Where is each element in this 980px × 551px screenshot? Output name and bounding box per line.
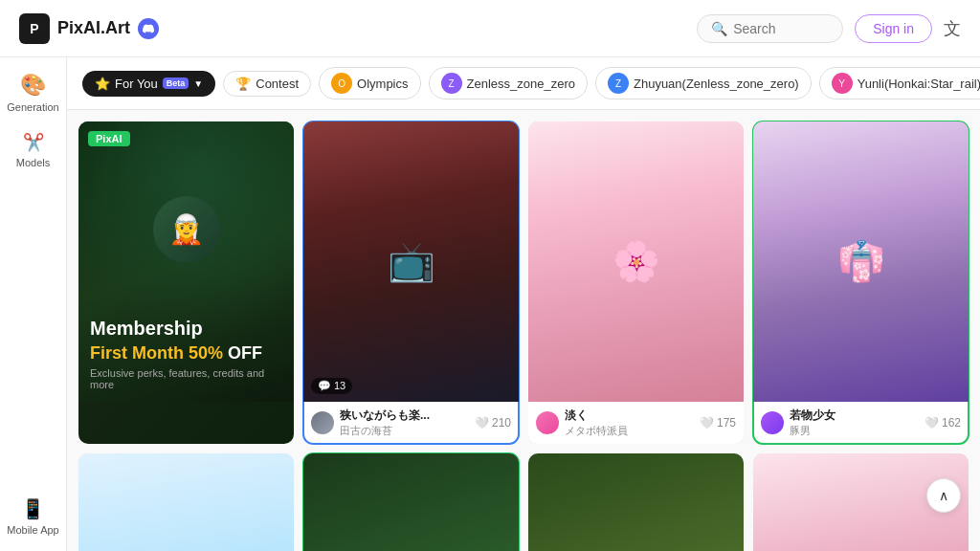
filter-yunli[interactable]: Y Yunli(Honkai:Star_rail) <box>819 67 980 99</box>
contest-label: Contest <box>256 77 299 91</box>
card-kimono-avatar <box>761 411 784 434</box>
heart-icon-3: 🤍 <box>924 416 939 430</box>
card-nature[interactable]: 🌲 <box>528 453 744 552</box>
zenless-avatar: Z <box>441 73 462 94</box>
membership-offer: First Month 50% OFF <box>90 343 282 364</box>
logo-box[interactable]: P <box>19 13 50 44</box>
filter-zhuyuan[interactable]: Z Zhuyuan(Zenless_zone_zero) <box>595 67 812 99</box>
retro-emoji: 📺 <box>388 239 435 284</box>
card-retro-room[interactable]: 📺 💬 13 狭いながらも楽... 田古の海苔 <box>303 121 519 444</box>
char-emoji: 🧝 <box>153 196 220 263</box>
card-cherry[interactable]: 🌸 淡く メタボ特派員 🤍 175 <box>528 121 744 444</box>
chevron-up-icon: ∧ <box>939 488 948 503</box>
olympics-label: Olympics <box>357 77 408 91</box>
discord-icon[interactable] <box>138 18 159 39</box>
comment-badge: 💬 13 <box>311 378 352 394</box>
olympics-avatar: O <box>331 73 352 94</box>
card-forest-bg: 🌿 <box>303 453 519 552</box>
card-retro-footer: 狭いながらも楽... 田古の海苔 🤍 210 <box>303 402 519 444</box>
filter-zenless[interactable]: Z Zenless_zone_zero <box>429 67 588 99</box>
logo-text: PixAI.Art <box>57 18 130 38</box>
filter-for-you[interactable]: ⭐ For You Beta ▼ <box>82 71 215 97</box>
card-retro-likes: 🤍 210 <box>475 416 511 430</box>
offer-off: OFF <box>228 343 262 363</box>
sign-in-button[interactable]: Sign in <box>855 14 932 43</box>
filter-olympics[interactable]: O Olympics <box>319 67 420 99</box>
card-kimono-likes: 🤍 162 <box>924 416 961 430</box>
for-you-label: For You <box>115 77 158 91</box>
cherry-likes: 175 <box>717 416 736 430</box>
for-you-icon: ⭐ <box>95 77 110 91</box>
search-input[interactable] <box>733 21 829 36</box>
search-icon: 🔍 <box>711 21 727 36</box>
yunli-avatar: Y <box>832 73 853 94</box>
kimono-emoji: 👘 <box>837 239 885 284</box>
search-box[interactable]: 🔍 <box>697 14 843 43</box>
filter-contest[interactable]: 🏆 Contest <box>223 71 311 97</box>
generation-icon: 🎨 <box>20 73 46 98</box>
card-nature-bg: 🌲 <box>528 453 744 552</box>
membership-content: 🧝 PixAI Membership First Month 50% OFF <box>78 121 294 402</box>
filter-bar: ⭐ For You Beta ▼ 🏆 Contest O Olympics Z … <box>67 57 980 110</box>
likes-count: 210 <box>492 416 511 430</box>
card-retro-author: 田古の海苔 <box>340 424 469 438</box>
grid-row-2: 🦅 🌿 🌲 <box>78 453 969 552</box>
card-forest-image: 🌿 <box>303 453 519 552</box>
zhuyuan-label: Zhuyuan(Zenless_zone_zero) <box>634 77 799 91</box>
logo-letter: P <box>30 21 38 36</box>
models-icon: ✂️ <box>23 132 44 153</box>
membership-inner: 🧝 PixAI Membership First Month 50% OFF <box>78 121 294 402</box>
language-button[interactable]: 文 <box>944 17 961 40</box>
card-cherry-info: 淡く メタボ特派員 <box>565 408 694 438</box>
card-kimono-image: 👘 <box>753 121 969 402</box>
membership-text: Membership First Month 50% OFF Exclusive… <box>90 317 282 390</box>
sidebar-item-models[interactable]: ✂️ Models <box>16 132 50 168</box>
main-content: ⭐ For You Beta ▼ 🏆 Contest O Olympics Z … <box>67 57 980 551</box>
header-right: 🔍 Sign in 文 <box>697 14 961 43</box>
card-kimono-title: 若物少女 <box>790 408 919 424</box>
app-body: 🎨 Generation ✂️ Models 📱 Mobile App ⭐ Fo… <box>0 57 980 551</box>
card-wings[interactable]: 🦅 <box>78 453 294 552</box>
card-retro-room-image: 📺 💬 13 <box>303 121 519 402</box>
grid-row-1: 🧝 PixAI Membership First Month 50% OFF <box>78 121 969 444</box>
contest-icon: 🏆 <box>235 77 251 91</box>
sidebar-models-label: Models <box>16 157 50 168</box>
zhuyuan-avatar: Z <box>608 73 629 94</box>
heart-icon: 🤍 <box>475 416 489 430</box>
card-cherry-title: 淡く <box>565 408 694 424</box>
content-area: 🧝 PixAI Membership First Month 50% OFF <box>67 110 980 551</box>
card-nature-image: 🌲 <box>528 453 744 552</box>
card-cherry-footer: 淡く メタボ特派員 🤍 175 <box>528 402 744 444</box>
anime-char: 🧝 <box>78 153 294 306</box>
sidebar-item-generation[interactable]: 🎨 Generation <box>7 73 58 113</box>
mobile-app-icon: 📱 <box>21 497 45 520</box>
card-wings-image: 🦅 <box>78 453 294 552</box>
kimono-likes: 162 <box>942 416 961 430</box>
card-kimono-author: 豚男 <box>790 424 919 438</box>
comment-icon: 💬 <box>318 380 331 392</box>
offer-text: First Month <box>90 343 189 363</box>
membership-sub: Exclusive perks, features, credits and m… <box>90 367 282 390</box>
membership-title: Membership <box>90 317 282 340</box>
chevron-down-icon: ▼ <box>193 78 203 89</box>
logo-area: P PixAI.Art <box>19 13 159 44</box>
card-retro-title: 狭いながらも楽... <box>340 408 469 424</box>
card-cherry-likes: 🤍 175 <box>700 416 736 430</box>
sidebar-item-mobile-app[interactable]: 📱 Mobile App <box>7 497 58 536</box>
membership-card[interactable]: 🧝 PixAI Membership First Month 50% OFF <box>78 121 294 444</box>
card-kimono-footer: 若物少女 豚男 🤍 162 <box>753 402 969 444</box>
scroll-up-button[interactable]: ∧ <box>926 478 961 513</box>
offer-percent: 50% <box>189 343 228 363</box>
sidebar-generation-label: Generation <box>7 101 58 113</box>
pixai-label: PixAI <box>88 131 130 146</box>
zenless-label: Zenless_zone_zero <box>467 77 575 91</box>
header: P PixAI.Art 🔍 Sign in 文 <box>0 0 980 57</box>
card-kimono[interactable]: 👘 若物少女 豚男 🤍 162 <box>753 121 969 444</box>
card-cherry-avatar <box>536 411 559 434</box>
card-forest[interactable]: 🌿 <box>303 453 519 552</box>
card-wings-bg: 🦅 <box>78 453 294 552</box>
comment-count: 13 <box>334 380 345 391</box>
beta-badge: Beta <box>163 77 189 89</box>
cherry-emoji: 🌸 <box>612 239 660 284</box>
card-cherry-author: メタボ特派員 <box>565 424 694 438</box>
